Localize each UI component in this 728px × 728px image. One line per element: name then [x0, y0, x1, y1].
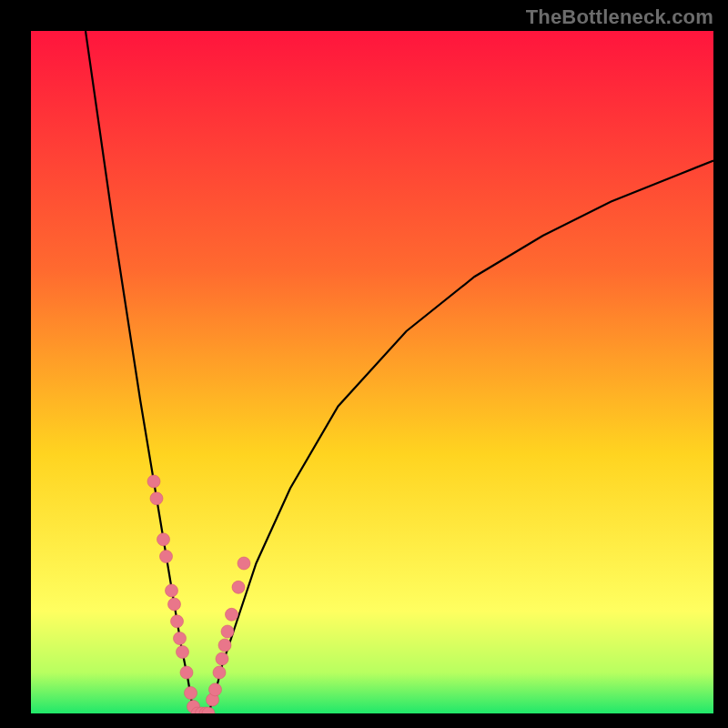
data-point [232, 581, 245, 593]
data-point [160, 551, 173, 563]
data-point [185, 687, 197, 700]
gradient-background [31, 31, 713, 713]
data-point [226, 608, 238, 621]
watermark-text: TheBottleneck.com [526, 5, 713, 29]
data-point [147, 475, 160, 488]
data-point [157, 533, 170, 546]
data-point [166, 584, 178, 597]
data-point [218, 639, 231, 652]
data-point [216, 652, 228, 665]
data-point [238, 557, 250, 570]
data-point [171, 615, 184, 628]
data-point [180, 666, 193, 679]
data-point [174, 632, 187, 645]
chart-frame: TheBottleneck.com [0, 0, 728, 728]
data-point [221, 625, 234, 638]
bottleneck-chart [31, 31, 713, 713]
data-point [213, 666, 226, 679]
data-point [209, 683, 222, 696]
data-point [168, 598, 181, 611]
data-point [177, 646, 189, 659]
data-point [150, 492, 163, 505]
